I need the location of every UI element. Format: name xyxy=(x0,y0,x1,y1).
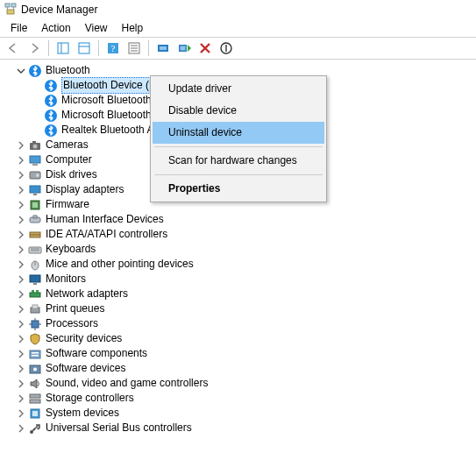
chevron-right-icon[interactable] xyxy=(16,408,26,419)
svg-rect-35 xyxy=(32,202,38,208)
chevron-right-icon[interactable] xyxy=(16,393,26,404)
title-bar: Device Manager xyxy=(0,0,476,19)
category-node[interactable]: System devices xyxy=(16,406,472,421)
sound-icon xyxy=(28,377,42,391)
svg-rect-59 xyxy=(32,355,39,357)
scan-hardware-button[interactable] xyxy=(153,39,173,58)
chevron-right-icon[interactable] xyxy=(16,304,26,315)
svg-rect-33 xyxy=(33,194,37,195)
svg-rect-49 xyxy=(36,290,39,293)
firmware-icon xyxy=(28,198,42,212)
context-menu: Update driver Disable device Uninstall d… xyxy=(150,75,327,202)
toolbar: ? xyxy=(0,37,476,60)
category-node[interactable]: Security devices xyxy=(16,331,472,346)
category-node[interactable]: Print queues xyxy=(16,301,472,316)
chevron-right-icon[interactable] xyxy=(16,200,26,210)
chevron-right-icon[interactable] xyxy=(16,170,26,180)
chevron-right-icon[interactable] xyxy=(16,140,26,151)
cm-update-driver[interactable]: Update driver xyxy=(153,78,324,100)
bluetooth-icon xyxy=(44,94,58,108)
category-node[interactable]: Network adapters xyxy=(16,287,472,301)
category-label: Monitors xyxy=(46,272,86,287)
help-button[interactable]: ? xyxy=(103,39,123,58)
disable-button[interactable] xyxy=(217,39,236,58)
chevron-right-icon[interactable] xyxy=(16,423,26,434)
cm-disable-device[interactable]: Disable device xyxy=(153,100,324,122)
update-driver-button[interactable] xyxy=(174,39,194,58)
category-label: Keyboards xyxy=(46,242,96,257)
category-node[interactable]: Monitors xyxy=(16,272,472,287)
category-label: Print queues xyxy=(46,301,104,316)
svg-rect-57 xyxy=(30,350,40,358)
category-label: Sound, video and game controllers xyxy=(46,376,208,391)
category-node[interactable]: Human Interface Devices xyxy=(16,212,472,227)
menu-help[interactable]: Help xyxy=(115,21,151,35)
menu-file[interactable]: File xyxy=(4,21,34,35)
chevron-right-icon[interactable] xyxy=(16,289,26,300)
display-icon xyxy=(28,183,42,197)
chevron-right-icon[interactable] xyxy=(16,274,26,285)
menu-view[interactable]: View xyxy=(78,21,115,35)
chevron-right-icon[interactable] xyxy=(16,215,26,225)
category-node[interactable]: Processors xyxy=(16,316,472,331)
cm-uninstall-device[interactable]: Uninstall device xyxy=(153,122,324,144)
chevron-right-icon[interactable] xyxy=(16,379,26,389)
cm-separator xyxy=(154,146,323,147)
chevron-right-icon[interactable] xyxy=(16,244,26,255)
svg-rect-51 xyxy=(32,305,38,308)
svg-rect-2 xyxy=(7,10,14,14)
computer-icon xyxy=(28,153,42,167)
cm-properties[interactable]: Properties xyxy=(153,178,324,200)
forward-button[interactable] xyxy=(25,39,44,58)
chevron-right-icon[interactable] xyxy=(16,185,26,195)
keyboard-icon xyxy=(28,243,42,257)
bluetooth-icon xyxy=(44,124,58,138)
chevron-right-icon[interactable] xyxy=(16,334,26,344)
properties-sheet-button[interactable] xyxy=(75,39,94,58)
usb-icon xyxy=(28,421,42,435)
processor-icon xyxy=(28,317,42,331)
back-button[interactable] xyxy=(4,39,23,58)
category-node[interactable]: Software components xyxy=(16,346,472,361)
svg-rect-32 xyxy=(30,186,40,193)
category-node[interactable]: Software devices xyxy=(16,361,472,376)
category-label: Processors xyxy=(46,316,98,331)
svg-rect-62 xyxy=(30,394,40,398)
mouse-icon xyxy=(28,258,42,272)
category-node[interactable]: Storage controllers xyxy=(16,391,472,406)
menu-action[interactable]: Action xyxy=(34,21,77,35)
category-node[interactable]: Sound, video and game controllers xyxy=(16,376,472,391)
show-hide-tree-button[interactable] xyxy=(53,39,73,58)
cm-scan-hardware[interactable]: Scan for hardware changes xyxy=(153,150,324,172)
uninstall-button[interactable] xyxy=(195,39,215,58)
monitor-icon xyxy=(28,273,42,287)
chevron-right-icon[interactable] xyxy=(16,319,26,329)
chevron-right-icon[interactable] xyxy=(16,364,26,374)
chevron-right-icon[interactable] xyxy=(16,349,26,359)
svg-rect-7 xyxy=(79,43,89,53)
svg-point-31 xyxy=(36,173,39,177)
category-node[interactable]: IDE ATA/ATAPI controllers xyxy=(16,227,472,242)
category-node[interactable]: Mice and other pointing devices xyxy=(16,257,472,272)
category-node[interactable]: Keyboards xyxy=(16,242,472,257)
svg-rect-47 xyxy=(30,293,40,297)
chevron-right-icon[interactable] xyxy=(16,230,26,240)
category-node[interactable]: Universal Serial Bus controllers xyxy=(16,421,472,435)
svg-rect-48 xyxy=(32,290,34,293)
device-tree[interactable]: Bluetooth Bluetooth Device (RFCOMM Proto… xyxy=(0,60,476,439)
category-label: Bluetooth xyxy=(46,63,90,78)
chevron-down-icon[interactable] xyxy=(16,66,26,76)
svg-point-26 xyxy=(33,144,38,148)
svg-rect-58 xyxy=(32,352,39,354)
category-label: Software components xyxy=(46,346,147,361)
app-icon xyxy=(4,2,18,18)
chevron-right-icon[interactable] xyxy=(16,155,26,166)
action-menu-button[interactable] xyxy=(124,39,144,58)
category-label: Display adapters xyxy=(46,182,124,197)
swdev-icon xyxy=(28,362,42,376)
category-label: Disk drives xyxy=(46,167,97,182)
hid-icon xyxy=(28,213,42,227)
menu-bar: File Action View Help xyxy=(0,19,476,37)
chevron-right-icon[interactable] xyxy=(16,259,26,270)
category-label: Network adapters xyxy=(46,287,128,301)
